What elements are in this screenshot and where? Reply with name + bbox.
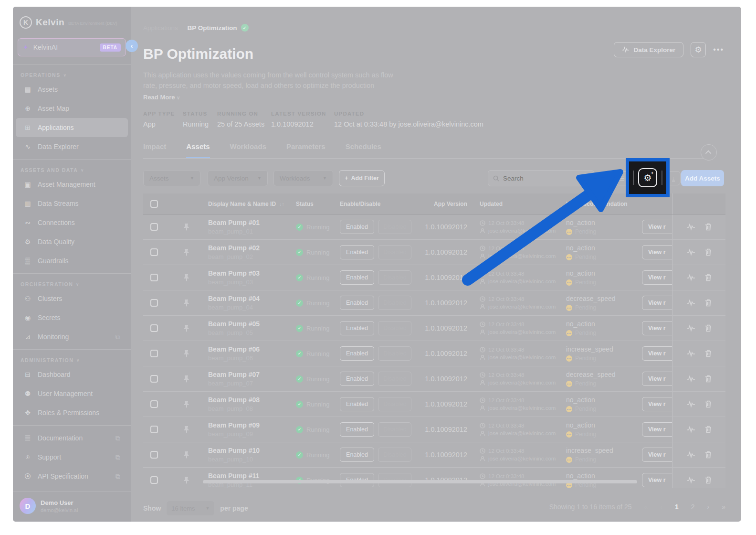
- row-checkbox[interactable]: [150, 426, 158, 433]
- sidebar-item-asset-management[interactable]: ▣Asset Management: [16, 175, 128, 194]
- trash-icon[interactable]: [705, 476, 712, 484]
- disable-button[interactable]: Disabled: [378, 448, 411, 462]
- trash-icon[interactable]: [705, 324, 712, 332]
- sidebar-item-guardrails[interactable]: ▒Guardrails: [16, 251, 128, 270]
- sort-icon[interactable]: ↓↑: [279, 202, 284, 207]
- pin-icon[interactable]: [183, 248, 190, 256]
- enable-button[interactable]: Enabled: [340, 422, 374, 437]
- disable-button[interactable]: Disabled: [378, 270, 411, 285]
- row-checkbox[interactable]: [150, 248, 158, 256]
- read-more-link[interactable]: Read More ∨: [143, 94, 180, 101]
- disable-button[interactable]: Disabled: [378, 397, 411, 411]
- row-checkbox[interactable]: [150, 451, 158, 459]
- sidebar-item-data-explorer[interactable]: ∿Data Explorer: [16, 137, 128, 156]
- column-header-name[interactable]: Display Name & Name ID ↓↑: [208, 201, 296, 207]
- sidebar-section-header[interactable]: ADMINISTRATION∨: [13, 353, 131, 365]
- table-row[interactable]: Beam Pump #02 beam_pump_02 ✓ Running Ena…: [143, 240, 725, 265]
- tab-impact[interactable]: Impact: [143, 142, 166, 159]
- pin-icon[interactable]: [183, 299, 190, 307]
- tab-workloads[interactable]: Workloads: [230, 142, 266, 159]
- data-stream-icon[interactable]: [687, 274, 695, 281]
- enable-button[interactable]: Enabled: [340, 220, 374, 234]
- data-stream-icon[interactable]: [687, 400, 695, 408]
- row-checkbox[interactable]: [150, 274, 158, 281]
- sidebar-item-connections[interactable]: ∾Connections: [16, 213, 128, 232]
- enable-button[interactable]: Enabled: [340, 321, 374, 335]
- pin-icon[interactable]: [183, 274, 190, 281]
- sidebar-item-roles-permissions[interactable]: ✥Roles & Permissions: [16, 403, 128, 422]
- data-stream-icon[interactable]: [687, 350, 695, 357]
- disable-button[interactable]: Disabled: [378, 296, 411, 310]
- page-size-select[interactable]: 16 items ▼: [167, 501, 214, 515]
- sidebar-item-asset-map[interactable]: ⊕Asset Map: [16, 99, 128, 118]
- pin-icon[interactable]: [183, 375, 190, 383]
- table-row[interactable]: Beam Pump #08 beam_pump_08 ✓ Running Ena…: [143, 392, 725, 417]
- sidebar-item-dashboard[interactable]: ⊟Dashboard: [16, 365, 128, 384]
- table-row[interactable]: Beam Pump #07 beam_pump_07 ✓ Running Ena…: [143, 366, 725, 392]
- enable-button[interactable]: Enabled: [340, 245, 374, 259]
- row-checkbox[interactable]: [150, 400, 158, 408]
- view-recommendation-button[interactable]: View r: [642, 321, 672, 335]
- enable-button[interactable]: Enabled: [340, 346, 374, 361]
- app-settings-button[interactable]: ⚙: [691, 42, 706, 57]
- filter-dropdown-assets[interactable]: Assets▼: [143, 170, 200, 186]
- asset-name[interactable]: Beam Pump #04: [208, 295, 296, 302]
- trash-icon[interactable]: [705, 426, 712, 433]
- sidebar-item-api-specification[interactable]: ⦿API Specification⧉: [16, 467, 128, 486]
- page-number-2[interactable]: 2: [691, 503, 695, 511]
- data-explorer-button[interactable]: Data Explorer: [614, 42, 683, 57]
- view-recommendation-button[interactable]: View r: [642, 296, 672, 310]
- sidebar-item-data-quality[interactable]: ⚙Data Quality: [16, 232, 128, 251]
- view-recommendation-button[interactable]: View r: [642, 448, 672, 462]
- sidebar-item-secrets[interactable]: ◉Secrets: [16, 308, 128, 327]
- sidebar-item-documentation[interactable]: ☰Documentation⧉: [16, 428, 128, 448]
- trash-icon[interactable]: [705, 274, 712, 281]
- table-row[interactable]: Beam Pump #01 beam_pump_01 ✓ Running Ena…: [143, 214, 725, 240]
- sidebar-item-data-streams[interactable]: ▥Data Streams: [16, 194, 128, 213]
- asset-parameters-settings-button[interactable]: ⚙ ✦: [638, 168, 657, 187]
- add-filter-button[interactable]: + Add Filter: [339, 170, 385, 186]
- pin-icon[interactable]: [183, 350, 190, 357]
- row-checkbox[interactable]: [150, 350, 158, 357]
- sidebar-item-support[interactable]: ⍟Support⧉: [16, 448, 128, 467]
- table-row[interactable]: Beam Pump #05 beam_pump_05 ✓ Running Ena…: [143, 316, 725, 341]
- trash-icon[interactable]: [705, 248, 712, 256]
- table-row[interactable]: Beam Pump #11 beam_pump_11 ✓ Running Ena…: [143, 468, 725, 488]
- asset-name[interactable]: Beam Pump #09: [208, 421, 296, 429]
- trash-icon[interactable]: [705, 375, 712, 383]
- view-recommendation-button[interactable]: View r: [642, 270, 672, 285]
- page-number-1[interactable]: 1: [675, 503, 679, 511]
- row-checkbox[interactable]: [150, 324, 158, 332]
- data-stream-icon[interactable]: [687, 324, 695, 332]
- sidebar-item-clusters[interactable]: ⚇Clusters: [16, 289, 128, 308]
- sidebar-collapse-button[interactable]: ‹: [126, 40, 138, 52]
- asset-name[interactable]: Beam Pump #06: [208, 345, 296, 353]
- pin-icon[interactable]: [183, 400, 190, 408]
- view-recommendation-button[interactable]: View r: [642, 372, 672, 386]
- asset-name[interactable]: Beam Pump #05: [208, 320, 296, 328]
- disable-button[interactable]: Disabled: [378, 422, 411, 437]
- breadcrumb-parent[interactable]: Applications: [143, 24, 178, 32]
- pin-icon[interactable]: [183, 451, 190, 459]
- asset-name[interactable]: Beam Pump #02: [208, 244, 296, 252]
- table-row[interactable]: Beam Pump #03 beam_pump_03 ✓ Running Ena…: [143, 265, 725, 290]
- asset-name[interactable]: Beam Pump #07: [208, 371, 296, 378]
- asset-name[interactable]: Beam Pump #08: [208, 396, 296, 404]
- pin-icon[interactable]: [183, 223, 190, 231]
- disable-button[interactable]: Disabled: [378, 220, 411, 234]
- disable-button[interactable]: Disabled: [378, 372, 411, 386]
- collapse-panel-button[interactable]: [701, 144, 717, 160]
- view-recommendation-button[interactable]: View r: [642, 346, 672, 361]
- enable-button[interactable]: Enabled: [340, 296, 374, 310]
- row-checkbox[interactable]: [150, 375, 158, 383]
- row-checkbox[interactable]: [150, 299, 158, 307]
- last-page-button[interactable]: »: [722, 503, 725, 511]
- asset-name[interactable]: Beam Pump #10: [208, 447, 296, 454]
- horizontal-scrollbar[interactable]: [203, 480, 637, 483]
- data-stream-icon[interactable]: [687, 476, 695, 484]
- asset-name[interactable]: Beam Pump #11: [208, 472, 296, 480]
- row-checkbox[interactable]: [150, 223, 158, 231]
- disable-button[interactable]: Disabled: [378, 321, 411, 335]
- enable-button[interactable]: Enabled: [340, 372, 374, 386]
- sidebar-section-header[interactable]: ASSETS AND DATA∨: [13, 162, 131, 175]
